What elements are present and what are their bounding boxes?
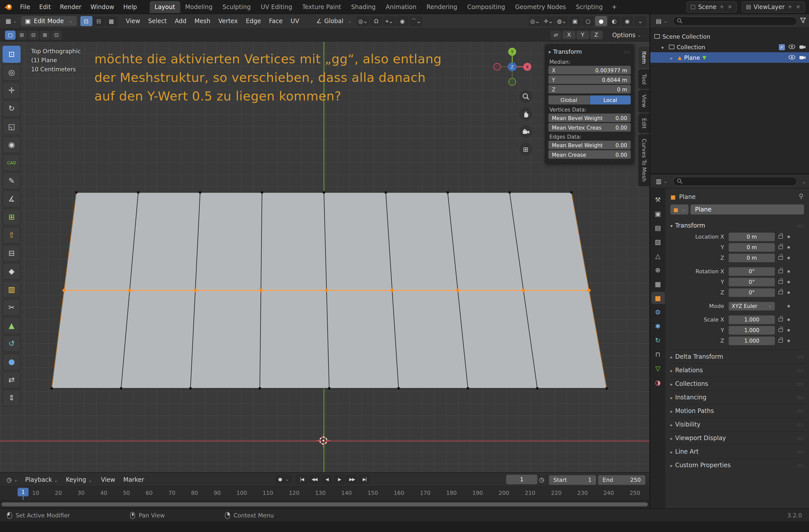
space-toggle-button[interactable]: Local — [590, 96, 631, 104]
median-value-field[interactable]: X 0.003977 m — [548, 66, 631, 74]
previous-keyframe[interactable]: ◀◀ — [309, 474, 320, 484]
shading-material-preview[interactable]: ◐ — [608, 16, 620, 26]
timeline-editor-type-button[interactable]: ◷ — [4, 475, 20, 484]
pivot-point-dropdown[interactable]: ◎⌄ — [357, 16, 369, 26]
outliner-editor-type-button[interactable]: ▤ — [653, 16, 670, 26]
animate-dot[interactable] — [787, 318, 790, 321]
sidebar-tab[interactable]: View — [638, 90, 649, 112]
tab-world[interactable]: ⊕ — [651, 264, 665, 276]
options-dropdown[interactable]: Options — [609, 30, 644, 39]
jump-to-end[interactable]: ▶| — [359, 474, 371, 484]
workspace-tab[interactable]: Texture Paint — [297, 1, 346, 13]
tab-modifiers[interactable]: ⚙ — [651, 306, 665, 318]
tab-physics[interactable]: ↻ — [651, 334, 665, 346]
tool-shrink-fatten[interactable]: ⇕ — [2, 389, 21, 407]
select-invert[interactable]: ⊠ — [40, 30, 50, 39]
lock-icon[interactable] — [778, 280, 783, 284]
scene-selector[interactable]: ▢ Scene + × — [687, 1, 737, 12]
value-field[interactable]: 0 m — [729, 254, 775, 262]
lock-icon[interactable] — [778, 270, 783, 273]
menu-item[interactable]: Help — [119, 2, 142, 12]
select-intersect[interactable]: ⊡ — [51, 30, 62, 39]
hide-in-viewport-icon[interactable] — [788, 44, 795, 51]
value-field[interactable]: 1.000 — [729, 326, 775, 334]
shading-wireframe[interactable]: ○ — [582, 16, 594, 26]
start-frame-field[interactable]: Start 1 — [549, 475, 596, 484]
edge-data-field[interactable]: Mean Bevel Weight 0.00 — [548, 141, 631, 149]
workspace-tab[interactable]: Sculpting — [218, 1, 256, 13]
timeline-menu[interactable]: Marker — [119, 475, 148, 484]
tool-spin[interactable]: ↺ — [2, 335, 21, 352]
sidebar-tab[interactable]: Tool — [638, 69, 649, 89]
workspace-tab[interactable]: UV Editing — [256, 1, 297, 13]
animate-dot[interactable] — [787, 270, 790, 273]
select-subtract[interactable]: ⊟ — [28, 30, 39, 39]
transform-panel-header[interactable]: Transform — [670, 220, 804, 231]
properties-search-input[interactable] — [673, 176, 797, 186]
camera-view-button[interactable] — [519, 125, 532, 138]
menu-item[interactable]: Edit — [35, 2, 55, 12]
shading-rendered[interactable]: ◉ — [621, 16, 633, 26]
value-field[interactable]: 0° — [729, 288, 775, 297]
lock-icon[interactable] — [778, 291, 783, 294]
proportional-falloff-dropdown[interactable]: ⌒⌄ — [409, 16, 422, 26]
zoom-button[interactable] — [519, 90, 532, 103]
lock-icon[interactable] — [778, 339, 783, 342]
viewport-menu-item[interactable]: View — [122, 16, 144, 27]
vertex-select-mode[interactable]: ⊡ — [80, 16, 92, 26]
viewport-canvas[interactable]: ⊡◎✛↻◱◉CAD✎∡⊞⇧⊟◆▥✂▲↺●⇄⇕ Top Orthographic(… — [0, 42, 649, 472]
lock-icon[interactable] — [778, 245, 783, 249]
section-header[interactable]: Collections — [670, 377, 804, 390]
animate-dot[interactable] — [787, 235, 790, 238]
tool-extrude-region[interactable]: ⇧ — [2, 226, 21, 244]
gizmo-x-negative[interactable] — [494, 63, 501, 70]
panel-title[interactable]: Transform — [553, 48, 582, 55]
animate-dot[interactable] — [787, 246, 790, 248]
tab-object[interactable]: ■ — [651, 292, 665, 304]
outliner-search-input[interactable] — [673, 16, 797, 25]
tool-scale[interactable]: ◱ — [2, 118, 21, 135]
scrollbar-thumb[interactable] — [1, 502, 648, 507]
lock-icon[interactable] — [778, 318, 783, 321]
viewport-menu-item[interactable]: Mesh — [191, 16, 214, 27]
transform-orientation-dropdown[interactable]: ∠ Global — [313, 16, 355, 26]
gizmo-y-negative[interactable] — [509, 79, 516, 85]
editor-type-button[interactable]: ▦ — [3, 16, 20, 26]
shading-dropdown[interactable]: ⌄ — [634, 16, 646, 26]
workspace-tab[interactable]: Modeling — [180, 1, 218, 13]
workspace-tab[interactable]: Rendering — [421, 1, 462, 13]
tool-edge-slide[interactable]: ⇄ — [2, 371, 21, 388]
overlays-dropdown[interactable]: ◍⌄ — [555, 16, 568, 26]
outliner-row-scene-collection[interactable]: Scene Collection — [650, 31, 809, 42]
vertex-data-field[interactable]: Mean Bevel Weight 0.00 — [548, 114, 631, 122]
tool-cad-sketcher[interactable]: CAD — [2, 154, 21, 171]
workspace-tab[interactable]: Scripting — [571, 1, 608, 13]
tab-particles[interactable]: ✱ — [651, 320, 665, 332]
pin-icon[interactable] — [798, 193, 804, 201]
show-hide-dropdown[interactable]: ◎⌄ — [529, 16, 541, 26]
remove-viewlayer-button[interactable]: × — [795, 3, 801, 10]
tool-transform[interactable]: ◉ — [2, 136, 21, 153]
tool-knife[interactable]: ✂ — [2, 299, 21, 316]
auto-keying-button[interactable]: ● — [275, 474, 292, 484]
tool-tweak-select[interactable]: ⊡ — [2, 46, 21, 63]
median-value-field[interactable]: Z 0 m — [548, 85, 631, 93]
value-field[interactable]: 0° — [729, 277, 775, 286]
mirror-icon[interactable]: ⇄ — [551, 30, 561, 39]
outliner-row-plane[interactable]: ▲ Plane ▼ — [650, 52, 809, 63]
proportional-editing-toggle[interactable]: ◉ — [396, 16, 408, 26]
tool-bevel[interactable]: ◆ — [2, 263, 21, 280]
xray-toggle[interactable]: ▣ — [569, 16, 581, 26]
timeline-ruler[interactable]: 1020304050607080901001101201301401501601… — [0, 486, 649, 500]
tool-loop-cut[interactable]: ▥ — [2, 281, 21, 298]
viewport-menu-item[interactable]: UV — [287, 16, 303, 27]
section-header[interactable]: Visibility — [670, 417, 804, 431]
viewport-menu-item[interactable]: Select — [144, 16, 171, 27]
edge-select-mode[interactable]: ⊟ — [93, 16, 105, 26]
jump-to-start[interactable]: |◀ — [296, 474, 308, 484]
toggle-grid-button[interactable]: ⊞ — [519, 143, 532, 156]
shading-solid[interactable]: ● — [595, 16, 607, 26]
lock-icon[interactable] — [778, 328, 783, 332]
workspace-tab[interactable]: Shading — [346, 1, 381, 13]
viewport-menu-item[interactable]: Vertex — [214, 16, 242, 27]
